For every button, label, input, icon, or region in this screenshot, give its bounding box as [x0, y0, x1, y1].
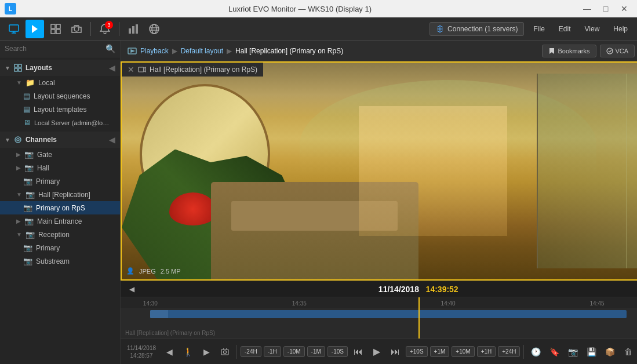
local-folder[interactable]: ▼ 📁 Local [0, 76, 120, 89]
local-server-item[interactable]: 🖥 Local Server (admin@localho... [0, 116, 120, 129]
bookmark-icon [548, 48, 555, 54]
main-entrance-item[interactable]: ▶ 📷 Main Entrance [0, 214, 120, 228]
timeline-left-btn[interactable]: ◀ [125, 283, 138, 296]
export-btn[interactable]: 📦 [602, 344, 618, 360]
primary-rps-icon: 📷 [23, 203, 32, 212]
camera-snapshot-btn[interactable]: 📷 [565, 344, 581, 360]
connection-button[interactable]: Connection (1 servers) [429, 22, 524, 36]
breadcrumb-playback[interactable]: Playback [140, 47, 169, 55]
layout-sequences-label: Layout sequences [34, 92, 90, 100]
delete-btn[interactable]: 🗑 [620, 344, 636, 360]
speed-minus1h[interactable]: -1H [264, 346, 281, 357]
svg-point-21 [17, 139, 19, 141]
breadcrumb-default-layout[interactable]: Default layout [181, 47, 223, 55]
clock-button[interactable]: 🕐 [527, 344, 544, 360]
channels-collapse-right[interactable]: ◀ [109, 135, 115, 144]
primary-on-rps-item[interactable]: 📷 Primary on RpS [0, 201, 120, 214]
speed-minus10m[interactable]: -10M [283, 346, 305, 357]
speed-plus24h[interactable]: +24H [498, 346, 520, 357]
timeline-header: ◀ 11/14/2018 14:39:52 ▶ [121, 281, 637, 297]
layout-sequences-item[interactable]: ▤ Layout sequences [0, 89, 120, 103]
snapshot-button[interactable] [217, 344, 233, 360]
speed-minus1m[interactable]: -1M [307, 346, 325, 357]
channels-section[interactable]: ▼ Channels ◀ [0, 132, 120, 148]
layout-templates-label: Layout templates [34, 105, 86, 114]
help-menu[interactable]: Help [609, 23, 632, 35]
playback-button[interactable] [26, 20, 44, 38]
reception-substream-item[interactable]: 📷 Substream [0, 254, 120, 268]
speed-plus10s[interactable]: +10S [406, 346, 428, 357]
vca-button[interactable]: VCA [600, 45, 635, 57]
notification-button[interactable]: 3 [96, 20, 114, 38]
reception-label: Reception [38, 231, 70, 239]
main-entrance-label: Main Entrance [37, 217, 82, 225]
video-resolution: 2.5 MP [161, 268, 181, 275]
bookmarks-button[interactable]: Bookmarks [542, 45, 596, 57]
view-menu[interactable]: View [580, 23, 605, 35]
save-btn[interactable]: 💾 [583, 344, 599, 360]
svg-point-8 [74, 27, 79, 31]
bot-sep2 [523, 345, 524, 359]
video-format: JPEG [139, 268, 156, 275]
layouts-collapse-right[interactable]: ◀ [109, 63, 115, 72]
search-input[interactable] [5, 45, 105, 53]
layout-templates-icon: ▤ [23, 105, 30, 114]
map-button[interactable] [145, 20, 163, 38]
time-mark-1445: 14:45 [589, 300, 604, 307]
reception-item[interactable]: ▼ 📷 Reception [0, 228, 120, 241]
collapse-channels-btn[interactable]: ▼ [5, 137, 10, 143]
speed-minus10s[interactable]: -10S [327, 346, 348, 357]
layout-templates-item[interactable]: ▤ Layout templates [0, 103, 120, 116]
video-frame [122, 63, 637, 279]
svg-point-13 [152, 24, 156, 34]
timeline-datetime: 11/14/2018 14:39:52 [140, 285, 637, 294]
main-toolbar: 3 Connection (1 servers) Connection File [0, 17, 637, 41]
maximize-button[interactable]: □ [598, 3, 614, 14]
collapse-layouts-btn[interactable]: ▼ [5, 65, 10, 71]
prev-frame-button[interactable]: ◀ [161, 344, 177, 360]
title-bar: L Luxriot EVO Monitor — WKS10 (Display 1… [0, 0, 637, 17]
reception-primary-item[interactable]: 📷 Primary [0, 241, 120, 254]
play-button[interactable]: ▶ [369, 344, 385, 360]
step-back-button[interactable]: ⏮ [350, 344, 366, 360]
layouts-section[interactable]: ▼ Layouts ◀ [0, 60, 120, 76]
monitor-button[interactable] [5, 20, 23, 38]
bookmark-btn2[interactable]: 🔖 [546, 344, 562, 360]
timeline-bar-start [150, 310, 168, 318]
svg-rect-11 [136, 24, 138, 34]
breadcrumb: Playback ▶ Default layout ▶ Hall [Replic… [128, 46, 537, 56]
file-menu[interactable]: Connection File [529, 23, 549, 35]
local-server-label: Local Server (admin@localho... [34, 119, 110, 126]
time-mark-1440: 14:40 [441, 300, 456, 307]
speed-plus1h[interactable]: +1H [477, 346, 496, 357]
snapshot-icon [221, 348, 229, 356]
hall-item[interactable]: ▶ 📷 Hall [0, 161, 120, 174]
hall-primary-item[interactable]: 📷 Primary [0, 174, 120, 188]
hall-replication-item[interactable]: ▼ 📷 Hall [Replication] [0, 188, 120, 201]
speed-plus1m[interactable]: +1M [430, 346, 450, 357]
local-label: Local [38, 79, 55, 87]
svg-marker-32 [144, 67, 145, 72]
minimize-button[interactable]: — [579, 3, 595, 14]
person-icon: 👤 [126, 267, 134, 275]
svg-rect-33 [221, 350, 228, 355]
edit-menu[interactable]: Edit [554, 23, 576, 35]
timeline-ruler: 14:30 14:35 14:40 14:45 [121, 297, 637, 308]
svg-rect-10 [132, 26, 134, 34]
gate-item[interactable]: ▶ 📷 Gate [0, 148, 120, 161]
camera-button[interactable] [67, 20, 86, 38]
next-frame-button[interactable]: ▶ [198, 344, 214, 360]
speed-plus10m[interactable]: +10M [452, 346, 474, 357]
video-close-button[interactable]: ✕ [128, 65, 134, 74]
stats-button[interactable] [124, 20, 143, 38]
walk-prev-button[interactable]: 🚶 [180, 344, 196, 360]
layout-button[interactable] [46, 20, 65, 38]
connection-label: Connection (1 servers) [447, 25, 518, 33]
timeline-track[interactable]: 14:30 14:35 14:40 14:45 Hall [Replicatio… [121, 297, 637, 338]
speed-minus24h[interactable]: -24H [241, 346, 261, 357]
svg-marker-23 [131, 50, 134, 52]
close-button[interactable]: ✕ [616, 3, 632, 14]
step-fwd-button[interactable]: ⏭ [387, 344, 403, 360]
svg-point-20 [15, 137, 21, 143]
hallway [359, 106, 507, 236]
